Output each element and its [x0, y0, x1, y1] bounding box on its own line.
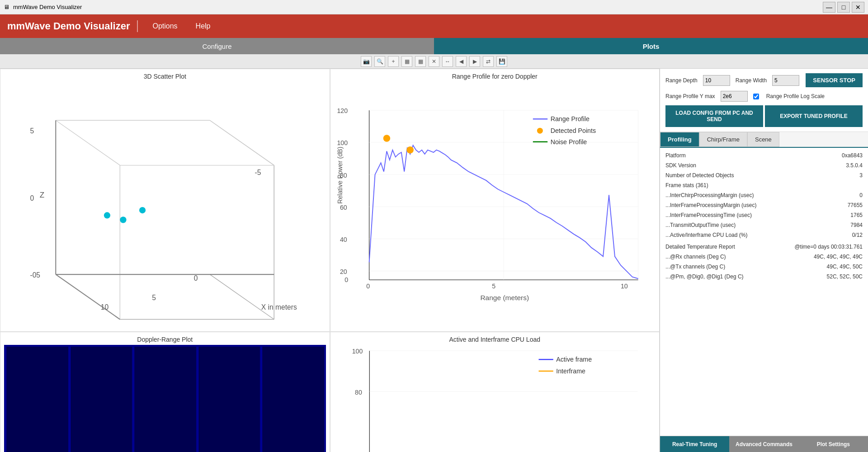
tab-scene[interactable]: Scene [747, 132, 779, 147]
tab-chirp-frame[interactable]: Chirp/Frame [699, 132, 747, 147]
svg-text:0: 0 [344, 276, 348, 283]
svg-text:80: 80 [355, 388, 362, 396]
tab-advanced-commands[interactable]: Advanced Commands [729, 436, 798, 452]
range-profile-title: Range Profile for zero Doppler [452, 73, 538, 80]
sdk-label: SDK Version [665, 161, 696, 170]
doppler-plot-title: Doppler-Range Plot [137, 336, 193, 343]
interframe-time-row: ...InterFrameProcessingTime (usec) 1765 [665, 211, 863, 219]
range-width-input[interactable] [772, 75, 799, 86]
maximize-button[interactable]: □ [837, 2, 850, 13]
tab-plots[interactable]: Plots [434, 38, 868, 54]
temp-report-value: @time=0 days 00:03:31.761 [794, 243, 863, 251]
svg-line-9 [210, 274, 274, 319]
toolbar-grid2-btn[interactable]: ▦ [415, 56, 426, 67]
cpu-plot-panel: Active and Interframe CPU Load 100 80 Ac [330, 332, 660, 452]
toolbar-grid-btn[interactable]: ▦ [401, 56, 412, 67]
load-config-button[interactable]: LOAD CONFIG FROM PC AND SEND [665, 105, 763, 127]
toolbar-plus-btn[interactable]: + [388, 56, 399, 67]
minimize-button[interactable]: — [823, 2, 835, 13]
cpu-load-label: ...Active/Interframe CPU Load (%) [665, 231, 747, 239]
svg-point-28 [104, 212, 110, 218]
svg-text:Relative Power (dB): Relative Power (dB) [336, 146, 344, 203]
frame-stats-label: Frame stats (361) [665, 181, 708, 189]
scatter-3d-svg: Z 5 0 -05 Y in meters 10 5 X in meters -… [4, 82, 326, 326]
temp-report-label: Detailed Temperature Report [665, 243, 735, 251]
cpu-load-value: 0/12 [852, 231, 863, 239]
scatter-plot-title: 3D Scatter Plot [144, 73, 186, 80]
transmit-value: 7984 [850, 221, 863, 229]
transmit-label: ...TransmitOutputTime (usec) [665, 221, 736, 229]
detected-row: Number of Detected Objects 3 [665, 171, 863, 179]
svg-text:Detected Points: Detected Points [550, 127, 595, 134]
svg-line-14 [56, 274, 120, 319]
doppler-plot-panel: Doppler-Range Plot [0, 332, 330, 452]
close-button[interactable]: ✕ [852, 2, 864, 13]
cpu-plot-container: 100 80 Active frame Interframe [334, 345, 656, 452]
interframe-time-label: ...InterFrameProcessingTime (usec) [665, 211, 752, 219]
svg-point-52 [406, 146, 414, 154]
svg-text:Z: Z [40, 191, 44, 199]
toolbar-arrows-btn[interactable]: ↔ [442, 56, 453, 67]
doppler-stripe-5 [262, 347, 324, 452]
pm-dig-value: 52C, 52C, 50C [827, 273, 863, 281]
platform-row: Platform 0xa6843 [665, 151, 863, 160]
svg-text:20: 20 [340, 268, 347, 275]
svg-text:100: 100 [337, 140, 348, 147]
toolbar-save-btn[interactable]: 💾 [496, 56, 507, 67]
toolbar-camera-btn[interactable]: 📷 [361, 56, 372, 67]
toolbar-pan-btn[interactable]: ⇄ [483, 56, 494, 67]
tx-channels-row: ...@Tx channels (Deg C) 49C, 49C, 50C [665, 263, 863, 271]
svg-text:Interframe: Interframe [556, 367, 585, 375]
range-width-label: Range Width [736, 77, 767, 84]
doppler-stripe-1 [6, 347, 68, 452]
doppler-plot-container [4, 345, 326, 452]
svg-text:-05: -05 [30, 271, 40, 279]
svg-text:5: 5 [30, 127, 34, 135]
doppler-stripes [4, 345, 326, 452]
toolbar-fwd-btn[interactable]: ▶ [469, 56, 480, 67]
log-scale-checkbox[interactable] [753, 94, 759, 99]
export-tuned-profile-button[interactable]: EXPORT TUNED PROFILE [765, 105, 863, 127]
titlebar: 🖥 mmWave Demo Visualizer — □ ✕ [0, 0, 868, 14]
main-tabbar: Configure Plots [0, 38, 868, 54]
svg-text:10: 10 [101, 303, 109, 311]
plots-area: 3D Scatter Plot [0, 69, 660, 452]
range-profile-svg: 120 100 80 60 40 20 0 Relative Power (dB… [334, 82, 656, 326]
detected-label: Number of Detected Objects [665, 171, 734, 179]
interchirp-value: 0 [859, 191, 863, 199]
sensor-stop-button[interactable]: SENSOR STOP [806, 73, 863, 87]
interframe-margin-label: ...InterFrameProcessingMargin (usec) [665, 201, 756, 209]
range-depth-input[interactable] [703, 75, 730, 86]
toolbar-zoom-btn[interactable]: 🔍 [374, 56, 385, 67]
info-tabs: Profiling Chirp/Frame Scene [660, 132, 868, 148]
svg-text:-5: -5 [255, 169, 261, 176]
temp-report-row: Detailed Temperature Report @time=0 days… [665, 243, 863, 251]
tab-real-time-tuning[interactable]: Real-Time Tuning [660, 436, 729, 452]
toolbar-back-btn[interactable]: ◀ [456, 56, 467, 67]
app-title: mmWave Demo Visualizer [7, 20, 138, 32]
log-scale-label: Range Profile Log Scale [766, 93, 825, 99]
scatter-plot-container: Z 5 0 -05 Y in meters 10 5 X in meters -… [4, 82, 326, 326]
svg-text:0: 0 [30, 194, 34, 202]
range-profile-ymax-input[interactable] [721, 91, 748, 102]
cpu-load-row: ...Active/Interframe CPU Load (%) 0/12 [665, 231, 863, 239]
tab-configure[interactable]: Configure [0, 38, 434, 54]
svg-line-7 [210, 120, 274, 165]
tab-plot-settings[interactable]: Plot Settings [799, 436, 868, 452]
cpu-plot-svg: 100 80 Active frame Interframe [334, 345, 656, 452]
help-menu[interactable]: Help [192, 20, 214, 32]
info-content: Platform 0xa6843 SDK Version 3.5.0.4 Num… [660, 148, 868, 436]
toolbar-x-btn[interactable]: ✕ [429, 56, 439, 67]
options-menu[interactable]: Options [149, 20, 181, 32]
doppler-stripe-2 [70, 347, 132, 452]
pm-dig-label: ...@Pm, @Dig0, @Dig1 (Deg C) [665, 273, 744, 281]
svg-text:0: 0 [366, 282, 370, 290]
svg-text:60: 60 [340, 204, 347, 211]
rx-channels-value: 49C, 49C, 49C, 49C [814, 253, 863, 261]
tab-profiling[interactable]: Profiling [660, 132, 699, 147]
svg-text:100: 100 [352, 348, 363, 355]
main-content: 3D Scatter Plot [0, 69, 868, 452]
controls-section: Range Depth Range Width SENSOR STOP Rang… [660, 69, 868, 132]
svg-text:0: 0 [194, 274, 198, 282]
right-panel: Range Depth Range Width SENSOR STOP Rang… [660, 69, 868, 452]
